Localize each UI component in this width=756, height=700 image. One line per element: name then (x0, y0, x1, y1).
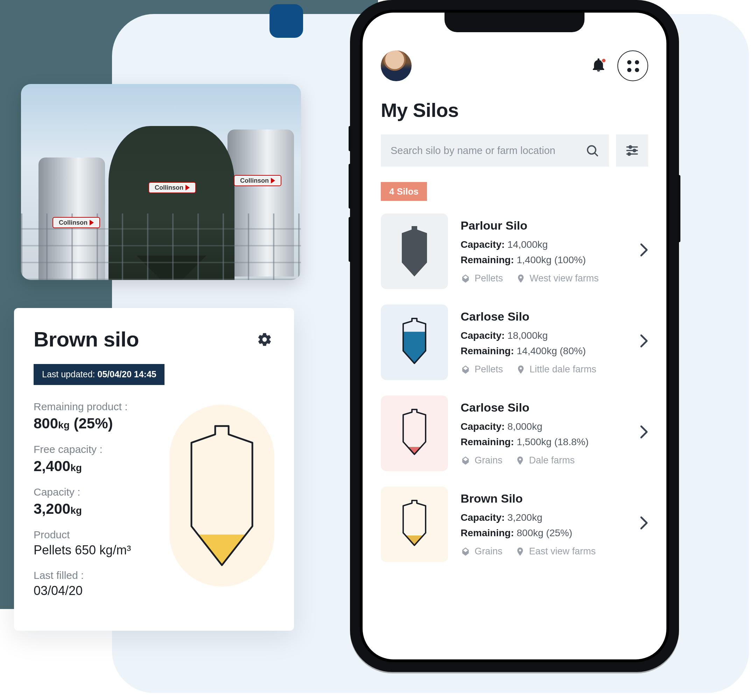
last-updated-value: 05/04/20 14:45 (98, 370, 156, 380)
silo-list-item[interactable]: Carlose SiloCapacity: 18,000kgRemaining:… (381, 305, 648, 380)
search-box[interactable] (381, 134, 609, 167)
notifications-button[interactable] (591, 58, 608, 74)
silos-photo: Collinson Collinson Collinson (21, 84, 301, 280)
brand-badge: Collinson (148, 182, 196, 193)
silo-remaining: Remaining: 14,400kg (80%) (461, 343, 627, 358)
kv-value: 800kg (25%) (34, 415, 159, 432)
silo-remaining: Remaining: 800kg (25%) (461, 525, 627, 541)
silo-product: Pellets (461, 273, 503, 283)
silo-visual (169, 405, 274, 587)
silo-list-item[interactable]: Brown SiloCapacity: 3,200kgRemaining: 80… (381, 486, 648, 562)
svg-line-2 (595, 153, 597, 156)
kv-label: Free capacity : (34, 443, 159, 455)
silo-list-item[interactable]: Carlose SiloCapacity: 8,000kgRemaining: … (381, 395, 648, 471)
silo-location: Dale farms (515, 455, 575, 466)
silo-shape-icon (190, 422, 254, 569)
silo-info: Carlose SiloCapacity: 18,000kgRemaining:… (461, 310, 627, 375)
silo-list: Parlour SiloCapacity: 14,000kgRemaining:… (381, 214, 648, 562)
silo-capacity: Capacity: 8,000kg (461, 419, 627, 434)
silo-remaining: Remaining: 1,500kg (18.8%) (461, 434, 627, 449)
silo-product: Grains (461, 455, 503, 466)
kv-product: Product Pellets 650 kg/m³ (34, 528, 159, 558)
svg-rect-0 (191, 534, 252, 566)
kv-capacity: Capacity : 3,200kg (34, 486, 159, 517)
silo-shape-icon (402, 316, 427, 369)
silo-product: Grains (461, 546, 503, 556)
silo-capacity: Capacity: 3,200kg (461, 510, 627, 525)
chevron-right-icon (640, 425, 648, 442)
silo-capacity: Capacity: 18,000kg (461, 328, 627, 343)
kv-label: Product (34, 528, 159, 541)
gear-icon (257, 332, 272, 347)
phone-notch (445, 12, 584, 32)
avatar[interactable] (381, 50, 412, 81)
kv-label: Capacity : (34, 486, 159, 498)
silo-thumb (381, 395, 448, 471)
silo-name: Carlose Silo (461, 401, 627, 415)
location-pin-icon (515, 273, 525, 283)
silo-location: Little dale farms (515, 364, 597, 375)
grid-dots-icon (627, 60, 639, 72)
product-icon (461, 546, 470, 556)
bg-blue-square (270, 4, 303, 38)
product-icon (461, 455, 470, 465)
kv-value: 2,400kg (34, 458, 159, 475)
silo-name: Carlose Silo (461, 310, 627, 324)
kv-free-capacity: Free capacity : 2,400kg (34, 443, 159, 475)
silo-shape-icon (402, 407, 427, 460)
search-icon (585, 144, 599, 158)
silo-thumb (381, 305, 448, 380)
location-pin-icon (515, 546, 525, 556)
silo-product: Pellets (461, 364, 503, 375)
kv-label: Remaining product : (34, 400, 159, 412)
silo-name: Parlour Silo (461, 219, 627, 233)
chevron-right-icon (640, 334, 648, 351)
silo-list-item[interactable]: Parlour SiloCapacity: 14,000kgRemaining:… (381, 214, 648, 289)
chevron-right-icon (640, 243, 648, 260)
svg-point-4 (629, 145, 631, 148)
silo-thumb (381, 486, 448, 562)
silo-remaining: Remaining: 1,400kg (100%) (461, 252, 627, 267)
brand-badge: Collinson (234, 175, 281, 186)
silo-count-badge: 4 Silos (381, 182, 427, 201)
svg-point-8 (628, 153, 630, 155)
silo-location: West view farms (515, 273, 599, 283)
topbar (381, 50, 648, 81)
chevron-right-icon (640, 516, 648, 533)
filter-button[interactable] (616, 134, 648, 167)
phone-frame: My Silos 4 Silos Parlour SiloCapacity: 1… (350, 0, 679, 672)
kv-value: 03/04/20 (34, 584, 159, 598)
silo-location: East view farms (515, 546, 596, 556)
page-title: My Silos (381, 99, 648, 122)
phone-screen: My Silos 4 Silos Parlour SiloCapacity: 1… (362, 12, 666, 659)
brand-badge: Collinson (53, 217, 100, 228)
kv-label: Last filled : (34, 569, 159, 581)
product-icon (461, 364, 470, 374)
notification-dot-icon (601, 58, 606, 63)
kv-remaining: Remaining product : 800kg (25%) (34, 400, 159, 432)
last-updated-pill: Last updated: 05/04/20 14:45 (34, 364, 165, 385)
search-input[interactable] (390, 145, 578, 156)
settings-button[interactable] (255, 330, 274, 349)
kv-value: 3,200kg (34, 500, 159, 517)
silo-detail-title: Brown silo (34, 328, 139, 352)
kv-value: Pellets 650 kg/m³ (34, 543, 159, 558)
silo-detail-card: Brown silo Last updated: 05/04/20 14:45 … (14, 308, 294, 631)
silo-info: Carlose SiloCapacity: 8,000kgRemaining: … (461, 401, 627, 466)
silo-info: Parlour SiloCapacity: 14,000kgRemaining:… (461, 219, 627, 284)
silo-thumb (381, 214, 448, 289)
menu-button[interactable] (617, 50, 648, 81)
product-icon (461, 273, 470, 283)
sliders-icon (625, 144, 639, 158)
location-pin-icon (515, 364, 525, 374)
svg-point-6 (633, 149, 636, 152)
silo-shape-icon (402, 498, 427, 551)
silo-shape-icon (402, 226, 427, 277)
silo-info: Brown SiloCapacity: 3,200kgRemaining: 80… (461, 492, 627, 557)
silos-photo-card: Collinson Collinson Collinson (21, 84, 301, 280)
last-updated-label: Last updated: (42, 370, 95, 380)
silo-name: Brown Silo (461, 492, 627, 506)
location-pin-icon (515, 455, 525, 465)
silo-capacity: Capacity: 14,000kg (461, 237, 627, 252)
svg-rect-9 (403, 332, 426, 365)
